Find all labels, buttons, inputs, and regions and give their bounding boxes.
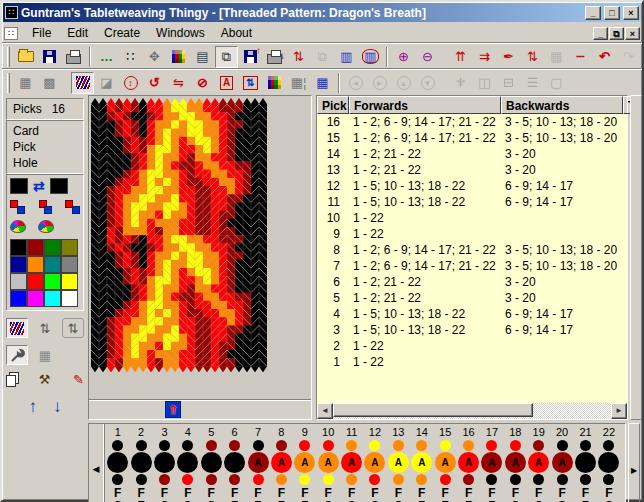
move-up-button[interactable]: ↑ — [29, 397, 38, 417]
hole-top-dot[interactable] — [510, 440, 521, 451]
card-column-9[interactable]: 9AFZ — [293, 426, 316, 502]
hole-front-dot[interactable]: A — [364, 452, 385, 473]
menu-file[interactable]: File — [24, 24, 59, 42]
palette-icon[interactable] — [10, 220, 26, 233]
mode-item-hole[interactable]: Hole — [11, 155, 79, 171]
threading-direction[interactable]: F — [465, 486, 472, 500]
hole-front-dot[interactable]: A — [598, 452, 619, 473]
palette-color-3[interactable] — [44, 239, 61, 256]
mode-item-pick[interactable]: Pick — [11, 139, 79, 155]
hole-bottom-dot[interactable] — [112, 474, 123, 485]
hole-top-dot[interactable] — [533, 440, 544, 451]
grid-blue-button[interactable]: ▦ — [311, 72, 334, 94]
palette-color-4[interactable] — [61, 239, 78, 256]
hole-bottom-dot[interactable] — [253, 474, 264, 485]
card-column-5[interactable]: 5AFS — [200, 426, 223, 502]
pattern-canvas[interactable] — [91, 98, 267, 372]
hole-front-dot[interactable]: A — [388, 452, 409, 473]
hole-top-dot[interactable] — [136, 440, 147, 451]
threading-direction[interactable]: F — [488, 486, 495, 500]
spin-updown-button[interactable]: ⇅ — [34, 318, 56, 338]
pick-row-2[interactable]: 21 - 22 — [317, 338, 627, 354]
hole-bottom-dot[interactable] — [346, 474, 357, 485]
print-button[interactable] — [62, 46, 85, 68]
hole-top-dot[interactable] — [253, 440, 264, 451]
letter-view-button[interactable]: A — [215, 72, 238, 94]
mirror-cards-button[interactable]: ⇋ — [167, 72, 190, 94]
hole-top-dot[interactable] — [276, 440, 287, 451]
hole-front-dot[interactable]: A — [248, 452, 269, 473]
mdi-close-button[interactable]: × — [625, 27, 640, 40]
flip-updown-button[interactable]: ↕ — [119, 72, 142, 94]
hole-bottom-dot[interactable] — [182, 474, 193, 485]
hole-front-dot[interactable]: A — [458, 452, 479, 473]
show-slant-button[interactable]: ◪ — [95, 72, 118, 94]
palette-color-16[interactable] — [61, 290, 78, 307]
hole-top-dot[interactable] — [229, 440, 240, 451]
hole-front-dot[interactable]: A — [131, 452, 152, 473]
palette-color-8[interactable] — [61, 256, 78, 273]
threading-direction[interactable]: F — [558, 486, 565, 500]
pattern-view[interactable] — [89, 96, 311, 399]
scroll-track[interactable] — [333, 403, 611, 419]
insert-picks-button[interactable]: ⇈ — [449, 46, 472, 68]
append-picks-button[interactable]: ⇉ — [473, 46, 496, 68]
pattern-colors-button[interactable] — [167, 46, 190, 68]
threading-direction[interactable]: F — [325, 486, 332, 500]
edit-cards-icon[interactable]: ✎ — [73, 372, 84, 387]
card-column-22[interactable]: 22AFS — [597, 426, 620, 502]
hole-top-dot[interactable] — [112, 440, 123, 451]
threading-direction[interactable]: F — [512, 486, 519, 500]
hole-bottom-dot[interactable] — [603, 474, 614, 485]
save-cards-button[interactable]: ↑ — [239, 46, 262, 68]
hole-bottom-dot[interactable] — [159, 474, 170, 485]
threading-direction[interactable]: F — [114, 486, 121, 500]
grid-coarse-button[interactable]: ▦ — [14, 72, 37, 94]
pick-row-3[interactable]: 31 - 5; 10 - 13; 18 - 226 - 9; 14 - 17 — [317, 322, 627, 338]
toolbar-gripper[interactable] — [7, 47, 10, 67]
hole-bottom-dot[interactable] — [276, 474, 287, 485]
hole-bottom-dot[interactable] — [486, 474, 497, 485]
color-view-button[interactable] — [263, 72, 286, 94]
bottom-right-splitter[interactable]: ▶ — [628, 423, 640, 502]
print-cards-button[interactable]: ↓ — [263, 46, 286, 68]
hole-top-dot[interactable] — [580, 440, 591, 451]
hole-top-dot[interactable] — [346, 440, 357, 451]
card-column-7[interactable]: 7AFZ — [246, 426, 269, 502]
header-backwards[interactable]: Backwards — [501, 96, 623, 114]
menu-edit[interactable]: Edit — [59, 24, 96, 42]
hole-front-dot[interactable]: A — [201, 452, 222, 473]
app-icon[interactable]: ∷ — [5, 6, 18, 19]
palette-color-2[interactable] — [27, 239, 44, 256]
scroll-thumb[interactable] — [333, 403, 533, 417]
grid-edit-button[interactable]: ▦ — [34, 345, 56, 365]
hole-bottom-dot[interactable] — [136, 474, 147, 485]
hole-top-dot[interactable] — [369, 440, 380, 451]
pick-row-8[interactable]: 81 - 2; 6 - 9; 14 - 17; 21 - 223 - 5; 10… — [317, 242, 627, 258]
hole-bottom-dot[interactable] — [440, 474, 451, 485]
menu-about[interactable]: About — [213, 24, 260, 42]
split-picks-button[interactable]: ┄ — [569, 46, 592, 68]
header-pick[interactable]: Pick — [317, 96, 349, 114]
tools-wrench-button[interactable] — [6, 345, 28, 365]
palette-color-9[interactable] — [10, 273, 27, 290]
threading-direction[interactable]: F — [254, 486, 261, 500]
open-file-button[interactable] — [14, 46, 37, 68]
mdi-system-icon[interactable]: ∷ — [4, 27, 18, 40]
card-column-1[interactable]: 1AFS — [106, 426, 129, 502]
show-cards-button[interactable]: ⧉ — [215, 46, 238, 68]
hole-bottom-dot[interactable] — [580, 474, 591, 485]
exchange-colors-icon[interactable] — [10, 200, 25, 214]
move-down-button[interactable]: ↓ — [53, 397, 62, 417]
spin-boxed-button[interactable]: ⇅ — [62, 318, 84, 338]
rework-cards-icon[interactable]: ⚒ — [39, 372, 51, 387]
hole-top-dot[interactable] — [603, 440, 614, 451]
threading-direction[interactable]: F — [137, 486, 144, 500]
threading-colors-button[interactable]: … — [95, 46, 118, 68]
scroll-left-icon[interactable]: ◄ — [317, 403, 333, 419]
show-pattern-button[interactable] — [71, 72, 94, 94]
pick-row-15[interactable]: 151 - 2; 6 - 9; 14 - 17; 21 - 223 - 5; 1… — [317, 130, 627, 146]
card-column-16[interactable]: 16AFZ — [457, 426, 480, 502]
card-column-11[interactable]: 11AFS — [340, 426, 363, 502]
hole-front-dot[interactable]: A — [411, 452, 432, 473]
